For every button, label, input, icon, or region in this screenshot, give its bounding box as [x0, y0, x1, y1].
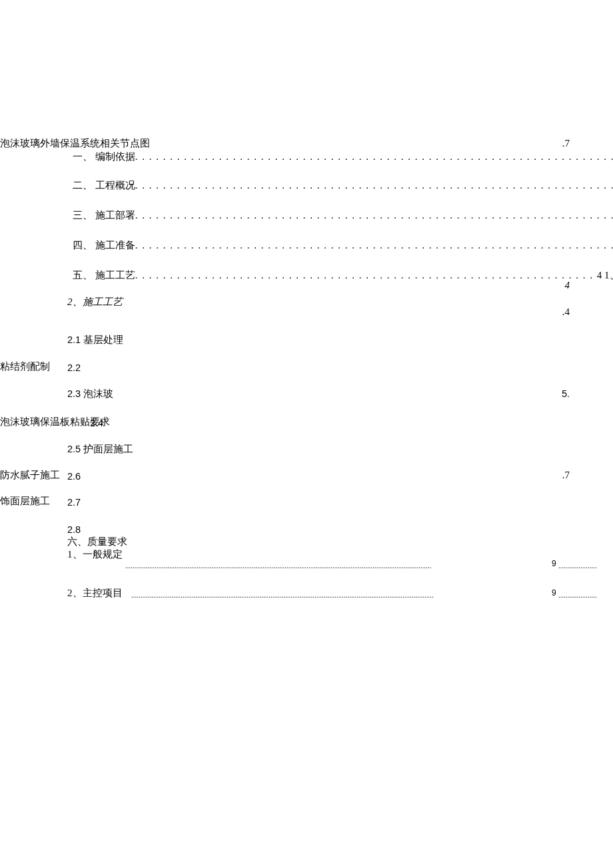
toc-2-6: 2.6 — [67, 470, 81, 483]
toc-label: 一、 编制依据 — [73, 151, 135, 162]
toc-label: 五、 施工工艺 — [73, 270, 135, 280]
toc-label: 四、 施工准备 — [73, 240, 135, 250]
toc-item-2: 二、 工程概况. . . . . . . . . . . . . . . . .… — [73, 179, 486, 193]
toc-six-1-dots: ........................................… — [125, 561, 552, 571]
toc-item-4: 四、 施工准备. . . . . . . . . . . . . . . . .… — [73, 238, 486, 252]
toc-dots: . . . . . . . . . . . . . . . . . . . . … — [135, 210, 613, 220]
toc-dots: . . . . . . . . . . . . . . . . . . . . … — [135, 240, 613, 250]
toc-2-6-page: .7 — [562, 468, 570, 482]
toc5-page-right: 4 — [565, 278, 570, 292]
toc-page-mid: 4 1、工艺流程 — [597, 270, 613, 280]
toc-2-4-overlap: 2.4 — [90, 416, 103, 430]
toc-2-7: 2.7 — [67, 496, 81, 509]
toc-item-5: 五、 施工工艺. . . . . . . . . . . . . . . . .… — [73, 268, 539, 282]
toc-dots: . . . . . . . . . . . . . . . . . . . . … — [135, 270, 597, 280]
toc-six-2-page: 9 — [552, 588, 556, 599]
toc-six-1-dots-tail: ..................... — [558, 561, 613, 571]
toc-2-3: 2.3 泡沫玻 — [67, 387, 113, 400]
toc-six-2-dots-tail: ..................... — [558, 590, 613, 600]
toc-sub-2: 2、施工工艺 — [67, 295, 123, 309]
toc-six-1: 1、一般规定 — [67, 548, 123, 562]
toc-six: 六、质量要求 — [67, 535, 127, 549]
toc-2-5: 2.5 护面层施工 — [67, 442, 133, 456]
title-page: .7 — [562, 137, 570, 151]
toc-sub-2-page: .4 — [562, 305, 570, 319]
toc-label: 三、 施工部署 — [73, 210, 135, 220]
toc-2-7-left: 饰面层施工 — [0, 494, 50, 508]
toc-item-1: 一、 编制依据. . . . . . . . . . . . . . . . .… — [73, 150, 486, 164]
toc-six-2-dots: ........................................… — [131, 590, 552, 600]
toc-item-3: 三、 施工部署. . . . . . . . . . . . . . . . .… — [73, 209, 486, 222]
toc-2-2: 2.2 — [67, 361, 81, 374]
toc-2-2-left: 粘结剂配制 — [0, 360, 50, 374]
toc-2-6-left: 防水腻子施工 — [0, 468, 60, 482]
toc-dots: . . . . . . . . . . . . . . . . . . . . … — [135, 180, 613, 191]
toc-dots: . . . . . . . . . . . . . . . . . . . . … — [135, 151, 613, 162]
toc-six-2: 2、主控项目 — [67, 586, 123, 600]
section-title: 泡沫玻璃外墙保温系统相关节点图 — [0, 137, 150, 151]
toc-label: 二、 工程概况 — [73, 180, 135, 191]
toc-six-1-page: 9 — [552, 558, 556, 570]
document-page: 泡沫玻璃外墙保温系统相关节点图 .7 一、 编制依据. . . . . . . … — [0, 0, 613, 868]
toc-2-1: 2.1 基层处理 — [67, 333, 123, 346]
toc-2-3-page: 5. — [562, 387, 570, 400]
